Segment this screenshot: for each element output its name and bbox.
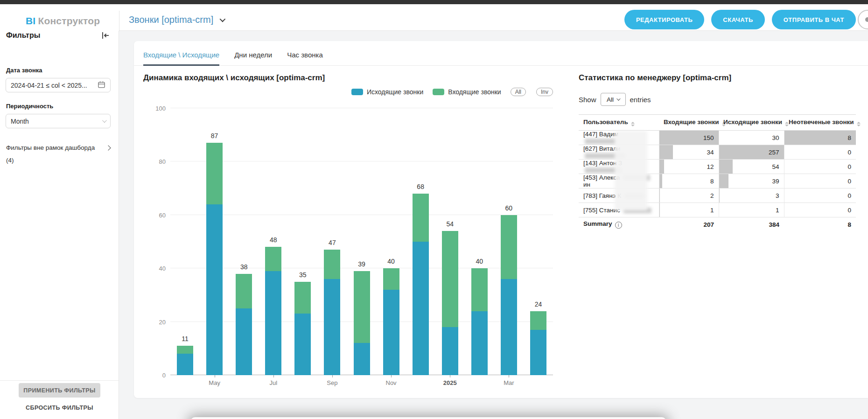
sort-up-arrow [857, 122, 861, 124]
bar-segment-outgoing-3[interactable] [265, 271, 281, 375]
bar-segment-outgoing-6[interactable] [354, 343, 370, 375]
show-entries-row: Show All entries [579, 93, 856, 106]
summary-label: Summary [583, 220, 612, 227]
bar-segment-incoming-4[interactable] [294, 282, 311, 314]
bar-stack-4[interactable] [294, 282, 311, 375]
column-header-2[interactable]: Исходящие звонки [719, 115, 784, 131]
cell-value: 1 [710, 207, 714, 214]
chart-legend: Исходящие звонкиВходящие звонкиAllInv [143, 88, 553, 96]
sort-icon[interactable] [785, 122, 789, 126]
column-header-1[interactable]: Входящие звонки [659, 115, 719, 131]
header-divider [119, 11, 119, 31]
bar-segment-incoming-9[interactable] [442, 231, 458, 327]
bar-segment-outgoing-10[interactable] [471, 311, 488, 375]
header-action-button-2[interactable]: ОТПРАВИТЬ В ЧАТ [772, 10, 856, 29]
bar-segment-incoming-10[interactable] [471, 268, 488, 311]
gridline-60 [170, 215, 553, 215]
value-cell-1-2: 0 [784, 145, 856, 160]
cell-value: 1 [776, 207, 779, 214]
x-tick-5 [332, 375, 333, 377]
column-header-label-0: Пользователь [583, 119, 628, 126]
bar-stack-0[interactable] [177, 346, 193, 375]
bar-total-label-3: 48 [259, 236, 288, 244]
sort-icon[interactable] [857, 122, 861, 126]
bar-stack-3[interactable] [265, 247, 281, 375]
cell-value: 257 [769, 149, 779, 156]
bar-segment-incoming-0[interactable] [177, 346, 193, 354]
show-label: Show [579, 96, 596, 104]
bar-stack-1[interactable] [206, 143, 223, 375]
user-avatar[interactable] [858, 10, 868, 29]
bar-stack-10[interactable] [471, 268, 488, 375]
x-axis-label-Sep: Sep [317, 379, 347, 386]
stacked-bar-chart: 0204060801001187May3848Jul3547Sep3940Nov… [170, 108, 553, 375]
bar-stack-7[interactable] [383, 268, 399, 375]
bar-segment-incoming-11[interactable] [501, 215, 517, 279]
collapse-sidebar-icon[interactable] [101, 31, 110, 40]
entries-select[interactable]: All [601, 93, 626, 106]
info-icon[interactable]: i [615, 222, 622, 229]
cell-value: 0 [847, 163, 851, 170]
date-filter-input[interactable]: 2024-04-21 ≤ col < 2025... [6, 78, 111, 92]
period-filter-select[interactable]: Month [6, 114, 111, 128]
in-cell-bar [659, 203, 660, 217]
column-header-3[interactable]: Неотвеченые звонки [784, 115, 856, 131]
bar-stack-9[interactable] [442, 231, 458, 375]
header-action-button-0[interactable]: РЕДАКТИРОВАТЬ [624, 10, 704, 29]
dashboard-selector[interactable]: Звонки [optima-crm] [129, 14, 224, 25]
column-header-0[interactable]: Пользователь [579, 115, 659, 131]
bar-segment-incoming-2[interactable] [236, 274, 252, 308]
tab-0[interactable]: Входящие \ Исходящие [143, 41, 219, 66]
bar-total-label-7: 40 [377, 258, 406, 265]
value-cell-1-1: 257 [719, 145, 784, 160]
bar-stack-12[interactable] [530, 311, 546, 375]
bar-segment-outgoing-0[interactable] [177, 354, 193, 375]
x-axis-label-May: May [200, 379, 230, 386]
bar-segment-incoming-8[interactable] [413, 194, 429, 242]
bar-total-label-2: 38 [229, 263, 259, 271]
value-cell-2-0: 12 [659, 160, 719, 174]
logo-accent: BI [26, 15, 35, 26]
header-action-button-1[interactable]: СКАЧАТЬ [711, 10, 764, 29]
bar-segment-outgoing-12[interactable] [530, 330, 546, 375]
bar-stack-5[interactable] [324, 250, 340, 375]
reset-filters-button[interactable]: СБРОСИТЬ ФИЛЬТРЫ [0, 405, 119, 411]
app-logo: BIКонструктор [26, 15, 100, 27]
legend-toggle-all[interactable]: All [511, 88, 526, 96]
bar-segment-outgoing-5[interactable] [324, 279, 340, 375]
bar-segment-outgoing-8[interactable] [413, 242, 429, 375]
bar-segment-incoming-6[interactable] [354, 271, 370, 343]
bar-segment-outgoing-7[interactable] [383, 290, 399, 375]
bar-segment-incoming-7[interactable] [383, 268, 399, 290]
legend-toggle-inv[interactable]: Inv [536, 88, 553, 96]
bar-segment-outgoing-9[interactable] [442, 327, 458, 375]
bar-segment-incoming-1[interactable] [206, 143, 223, 204]
bar-stack-2[interactable] [236, 274, 252, 375]
column-header-label-3: Неотвеченые звонки [789, 119, 854, 126]
tab-1[interactable]: Дни недели [234, 41, 272, 66]
bar-stack-6[interactable] [354, 271, 370, 375]
apply-filters-button[interactable]: ПРИМЕНИТЬ ФИЛЬТРЫ [19, 383, 100, 398]
bar-stack-8[interactable] [413, 194, 429, 375]
bar-segment-incoming-3[interactable] [265, 247, 281, 271]
chevron-right-icon [105, 145, 111, 150]
x-axis-label-Jul: Jul [259, 379, 288, 386]
tab-2[interactable]: Час звонка [287, 41, 323, 66]
value-cell-1-0: 34 [659, 145, 719, 160]
bar-total-label-10: 40 [465, 258, 494, 265]
bar-total-label-6: 39 [347, 260, 376, 268]
value-cell-3-0: 8 [659, 174, 719, 189]
bar-segment-outgoing-11[interactable] [501, 279, 517, 375]
chart-panel: Динамика входящих \ исходящих [optima-cr… [134, 66, 579, 375]
filters-title: Фильтры [6, 31, 40, 40]
bar-segment-incoming-12[interactable] [530, 311, 546, 330]
sort-icon[interactable] [631, 122, 635, 126]
cell-value: 0 [847, 149, 851, 156]
summary-value-0: 207 [659, 217, 719, 232]
bar-stack-11[interactable] [501, 215, 517, 375]
external-filters-toggle[interactable]: Фильтры вне рамок дашборда [6, 144, 110, 151]
bar-segment-outgoing-2[interactable] [236, 308, 252, 375]
bar-segment-incoming-5[interactable] [324, 250, 340, 279]
bar-segment-outgoing-1[interactable] [206, 204, 223, 375]
bar-segment-outgoing-4[interactable] [294, 314, 311, 375]
